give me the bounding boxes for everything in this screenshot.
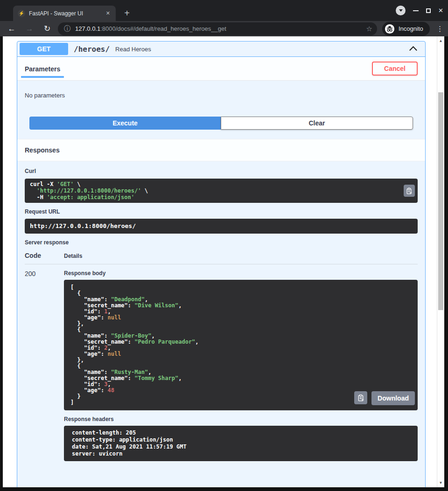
window-border-right — [444, 36, 448, 487]
curl-label: Curl — [25, 168, 418, 174]
tab-close-button[interactable]: ✕ — [104, 9, 112, 17]
response-headers-label: Response headers — [64, 416, 418, 422]
server-response-label: Server response — [25, 239, 418, 246]
scroll-up-button[interactable]: ▲ — [437, 39, 444, 43]
endpoint-path: /heroes/ — [74, 45, 110, 54]
url-text[interactable]: 127.0.0.1:8000/docs#/default/read_heroes… — [75, 25, 363, 32]
maximize-button[interactable] — [426, 8, 431, 13]
reload-button[interactable]: ↻ — [40, 24, 54, 34]
table-row: 200 Response body [ { "name": "Deadpond"… — [25, 264, 418, 461]
response-body-buttons: Download — [354, 391, 415, 405]
url-path: :8000/docs#/default/read_heroes_heroes__… — [100, 25, 226, 32]
clipboard-icon — [406, 187, 413, 194]
clear-button[interactable]: Clear — [221, 117, 413, 130]
details-cell: Response body [ { "name": "Deadpond", "s… — [64, 270, 418, 461]
method-badge: GET — [20, 43, 68, 55]
browser-tab[interactable]: ⚡ FastAPI - Swagger UI ✕ — [13, 6, 116, 21]
copy-response-button[interactable] — [354, 391, 367, 404]
clipboard-icon — [357, 394, 364, 401]
incognito-badge: Incognito — [382, 22, 430, 36]
response-body-label: Response body — [64, 270, 418, 277]
incognito-label: Incognito — [399, 25, 423, 32]
chevron-down-icon — [399, 9, 403, 12]
responses-section-title: Responses — [17, 139, 425, 161]
table-header: Code Details — [25, 252, 418, 264]
response-headers-text: content-length: 205 content-type: applic… — [72, 429, 410, 457]
incognito-icon — [385, 24, 395, 34]
request-url-block: http://127.0.0.1:8000/heroes/ — [25, 219, 418, 234]
collapse-button[interactable] — [406, 44, 420, 54]
url-bar[interactable]: ⓘ 127.0.0.1:8000/docs#/default/read_hero… — [58, 22, 377, 35]
execute-row: Execute Clear — [22, 117, 420, 130]
browser-toolbar: ← → ↻ ⓘ 127.0.0.1:8000/docs#/default/rea… — [0, 21, 448, 36]
browser-menu-button[interactable]: ⋮ — [435, 25, 445, 33]
request-url-label: Request URL — [25, 208, 418, 215]
page-scrollbar[interactable]: ▲ ▼ — [437, 36, 444, 487]
download-button[interactable]: Download — [371, 391, 415, 405]
back-button[interactable]: ← — [5, 24, 19, 34]
tab-title: FastAPI - Swagger UI — [29, 10, 104, 17]
curl-command-text: curl -X 'GET' \ 'http://127.0.0.1:8000/h… — [30, 181, 413, 201]
chevron-up-icon — [409, 46, 418, 51]
status-code: 200 — [25, 270, 64, 461]
response-body-text: [ { "name": "Deadpond", "secret_name": "… — [70, 284, 411, 406]
curl-code-block: curl -X 'GET' \ 'http://127.0.0.1:8000/h… — [25, 179, 418, 203]
responses-content: Curl curl -X 'GET' \ 'http://127.0.0.1:8… — [17, 161, 425, 470]
parameters-header: Parameters Cancel — [17, 57, 425, 81]
no-parameters-text: No parameters — [17, 81, 425, 117]
url-host: 127.0.0.1 — [75, 25, 100, 32]
browser-titlebar: ⚡ FastAPI - Swagger UI ✕ + ✕ — [0, 0, 448, 21]
forward-button[interactable]: → — [22, 24, 36, 34]
minimize-button[interactable] — [413, 10, 419, 11]
details-column-header: Details — [64, 253, 82, 259]
swagger-page: GET /heroes/ Read Heroes Parameters Canc… — [3, 36, 437, 487]
copy-curl-button[interactable] — [404, 185, 415, 197]
server-response-table: Code Details 200 Response body [ { "name… — [25, 252, 418, 461]
info-icon[interactable]: ⓘ — [64, 25, 70, 33]
scroll-down-button[interactable]: ▼ — [437, 481, 444, 485]
request-url-text: http://127.0.0.1:8000/heroes/ — [30, 223, 413, 229]
new-tab-button[interactable]: + — [120, 7, 133, 20]
window-menu-button[interactable] — [396, 6, 406, 15]
fastapi-favicon-icon: ⚡ — [18, 10, 25, 17]
cancel-button[interactable]: Cancel — [372, 62, 418, 76]
window-controls: ✕ — [396, 0, 443, 21]
code-column-header: Code — [25, 252, 64, 259]
endpoint-summary: Read Heroes — [115, 46, 406, 53]
tab-parameters[interactable]: Parameters — [25, 58, 62, 79]
opblock-summary[interactable]: GET /heroes/ Read Heroes — [17, 41, 425, 57]
response-headers-block: content-length: 205 content-type: applic… — [64, 426, 418, 461]
opblock-get-heroes: GET /heroes/ Read Heroes Parameters Canc… — [17, 41, 426, 487]
scroll-thumb[interactable] — [438, 92, 443, 310]
response-body-block: [ { "name": "Deadpond", "secret_name": "… — [64, 280, 418, 410]
execute-button[interactable]: Execute — [29, 117, 221, 130]
bookmark-star-icon[interactable]: ☆ — [366, 25, 372, 33]
window-close-button[interactable]: ✕ — [438, 7, 443, 14]
